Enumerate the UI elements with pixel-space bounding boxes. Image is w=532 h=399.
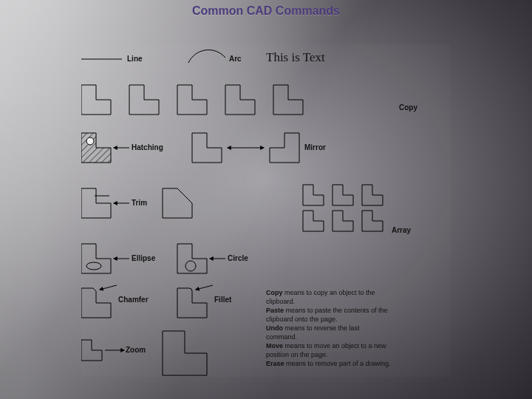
array-2 (332, 185, 353, 205)
mirror-left (192, 133, 222, 163)
trim-label: Trim (132, 199, 147, 207)
copy-shape-4 (225, 85, 255, 115)
copy-b: Copy (266, 289, 283, 296)
trim-after (163, 188, 192, 218)
cad-commands-diagram: Line Arc This is Text Copy Hatching Mirr… (81, 44, 451, 377)
move-b: Move (266, 342, 283, 349)
hatching-shape (81, 133, 111, 163)
undo-b: Undo (266, 324, 283, 332)
erase-t: means to remove part of a drawing. (284, 360, 391, 367)
copy-label: Copy (399, 103, 417, 112)
description-block: Copy means to copy an object to the clip… (266, 288, 392, 368)
paste-b: Paste (266, 307, 284, 314)
paste-t: means to paste the contents of the clipb… (266, 307, 388, 323)
array-6 (362, 211, 383, 231)
circle-shape (177, 244, 207, 273)
zoom-small (81, 340, 102, 361)
chamfer-label: Chamfer (118, 296, 149, 304)
zoom-label: Zoom (126, 346, 146, 354)
ellipse-label: Ellipse (132, 254, 155, 262)
fillet-arrow (196, 285, 213, 290)
array-1 (303, 185, 324, 205)
svg-point-4 (185, 261, 196, 271)
copy-shape-5 (273, 85, 303, 115)
move-t: means to move an object to a new positio… (266, 342, 386, 358)
copy-t: means to copy an object to the clipboard… (266, 289, 375, 305)
circle-label: Circle (228, 254, 248, 262)
array-3 (362, 185, 383, 205)
svg-point-3 (86, 262, 101, 270)
fillet-shape (177, 288, 207, 318)
mirror-label: Mirror (304, 143, 326, 151)
svg-point-1 (86, 137, 94, 145)
fillet-label: Fillet (214, 296, 231, 304)
trim-before (81, 188, 111, 218)
array-5 (332, 211, 353, 231)
arc-label: Arc (229, 55, 242, 63)
mirror-right (270, 133, 299, 163)
line-label: Line (127, 55, 143, 63)
chamfer-shape (81, 288, 111, 318)
copy-shape-3 (177, 85, 207, 115)
zoom-large (163, 331, 207, 375)
copy-shape-1 (81, 85, 111, 115)
arc-sample (188, 50, 225, 63)
copy-shape-2 (129, 85, 159, 115)
hatching-label: Hatching (132, 143, 163, 151)
array-label: Array (392, 226, 411, 234)
ellipse-shape (81, 244, 111, 273)
text-sample: This is Text (266, 50, 325, 65)
chamfer-arrow (100, 285, 117, 290)
erase-b: Erase (266, 360, 284, 367)
slide-title: Common CAD Commands (0, 4, 532, 18)
array-4 (303, 211, 324, 231)
